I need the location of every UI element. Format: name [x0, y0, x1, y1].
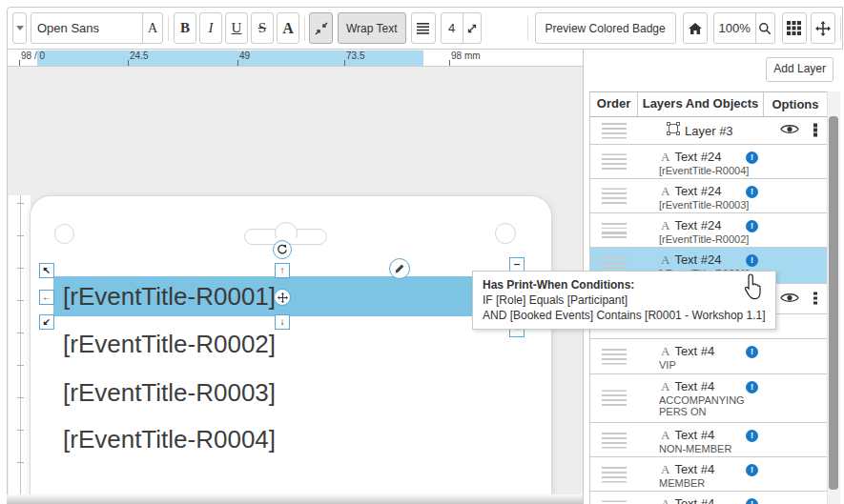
resize-sw-handle[interactable]: ↙: [39, 314, 54, 330]
font-dropdown-button[interactable]: [12, 12, 27, 44]
row-main: AText #24: [661, 218, 722, 233]
resize-value-button[interactable]: [463, 12, 482, 44]
panel-scrollbar-thumb[interactable]: [829, 116, 838, 490]
info-icon[interactable]: !: [746, 186, 758, 198]
grid-view-button[interactable]: [782, 12, 807, 44]
vertical-ruler-tick: [17, 462, 24, 463]
drag-handle-icon[interactable]: [602, 500, 627, 504]
font-color-button[interactable]: A: [277, 12, 299, 44]
visibility-eye-icon[interactable]: [780, 291, 799, 308]
layer-row[interactable]: Layer #3: [590, 117, 827, 145]
ruler-tick: [128, 60, 129, 66]
info-icon[interactable]: !: [746, 381, 758, 393]
vertical-ruler-tick: [17, 365, 24, 366]
kebab-menu-icon[interactable]: [813, 124, 817, 138]
zoom-button[interactable]: [755, 12, 775, 44]
vertical-ruler-tick: [17, 268, 24, 269]
wrap-text-button[interactable]: Wrap Text: [338, 12, 406, 44]
ruler-label: 98 mm: [451, 50, 481, 61]
row-main: AText #24: [661, 184, 722, 199]
pencil-icon: [394, 263, 405, 274]
text-type-icon: A: [661, 379, 669, 393]
vertical-ruler-tick: [17, 333, 24, 333]
row-main: AText #4: [661, 496, 714, 504]
edit-handle[interactable]: [389, 258, 410, 279]
row-sublabel: NON-MEMBER: [659, 443, 768, 454]
strikethrough-button[interactable]: S: [251, 12, 274, 44]
home-button[interactable]: [683, 12, 708, 44]
info-icon[interactable]: !: [746, 430, 758, 442]
resize-nw-handle[interactable]: ↖: [39, 263, 54, 278]
rotate-icon: [277, 244, 288, 255]
drag-handle-icon[interactable]: [602, 466, 627, 482]
add-layer-button[interactable]: Add Layer: [766, 57, 834, 82]
row-main: AText #24: [661, 252, 722, 268]
vertical-ruler-tick: [17, 203, 24, 204]
object-row[interactable]: AText #24 ! [rEventTitle-R0003]: [590, 179, 827, 213]
kebab-menu-icon[interactable]: [813, 292, 817, 306]
line-height-value-field[interactable]: 4: [441, 12, 463, 44]
text-element[interactable]: [rEventTitle-R0002]: [63, 328, 276, 360]
row-label: Text #4: [674, 379, 714, 393]
visibility-eye-icon[interactable]: [780, 122, 799, 139]
ruler-tick: [19, 60, 20, 66]
font-family-field[interactable]: Open Sans: [31, 12, 143, 44]
drag-handle-icon[interactable]: [602, 123, 627, 139]
diagonal-resize-icon: [466, 23, 478, 34]
ruler-label: 73.5: [346, 50, 364, 61]
text-element[interactable]: [rEventTitle-R0004]: [63, 423, 276, 455]
zoom-value-field[interactable]: 100%: [713, 12, 756, 44]
font-picker-button[interactable]: A: [142, 12, 163, 44]
line-spacing-button[interactable]: [411, 12, 436, 44]
info-icon[interactable]: !: [746, 464, 758, 476]
object-row[interactable]: AText #4 ! NON-MEMBER: [590, 423, 827, 457]
object-row[interactable]: AText #4 ! MEMBER: [590, 457, 827, 492]
drag-handle-icon[interactable]: [602, 153, 627, 170]
object-row[interactable]: AText #24 ! [rEventTitle-R0002]: [590, 213, 827, 248]
row-sublabel: [rEventTitle-R0003]: [659, 199, 768, 211]
rotate-handle[interactable]: [273, 240, 292, 259]
drag-handle-icon[interactable]: [602, 222, 627, 238]
text-element[interactable]: [rEventTitle-R0003]: [63, 376, 276, 409]
object-row[interactable]: AText #24 ! [rEventTitle-R0004]: [590, 145, 827, 179]
move-handle[interactable]: [274, 289, 291, 306]
object-row[interactable]: AText #4 ! ACCOMPANYING PERS ON: [590, 374, 827, 423]
info-icon[interactable]: !: [746, 346, 758, 358]
info-icon[interactable]: !: [746, 498, 758, 504]
info-icon[interactable]: !: [746, 220, 758, 232]
italic-button[interactable]: I: [199, 12, 222, 44]
badge-punch-hole-left: [54, 224, 74, 244]
text-type-icon: A: [661, 462, 669, 476]
object-row[interactable]: AText #4 !: [590, 492, 827, 504]
vertical-ruler-tick: [17, 397, 24, 398]
line-spacing-icon: [417, 22, 429, 34]
drag-handle-icon[interactable]: [602, 349, 627, 365]
column-layers-and-objects: Layers And Objects: [638, 92, 764, 116]
drag-handle-icon[interactable]: [602, 432, 627, 448]
underline-button[interactable]: U: [225, 12, 248, 44]
drag-handle-icon[interactable]: [602, 188, 627, 204]
bold-button[interactable]: B: [174, 12, 196, 44]
move-mode-button[interactable]: [811, 12, 835, 44]
row-main: AText #4: [661, 344, 714, 359]
drag-handle-icon[interactable]: [602, 391, 627, 407]
row-label: Text #24: [674, 218, 721, 232]
preview-colored-badge-button[interactable]: Preview Colored Badge: [535, 12, 676, 44]
info-icon[interactable]: !: [746, 151, 758, 164]
horizontal-scrollbar[interactable]: [7, 494, 583, 504]
row-main: AText #4: [661, 379, 714, 394]
move-arrows-icon: [815, 21, 831, 36]
nudge-left-handle[interactable]: ←: [39, 290, 54, 305]
layer-label: Layer #3: [685, 124, 733, 138]
nudge-up-handle[interactable]: ↑: [275, 263, 290, 278]
vertical-ruler-tick: [17, 235, 24, 236]
fit-text-button[interactable]: [309, 12, 333, 44]
row-sublabel: MEMBER: [659, 477, 768, 489]
layers-table-header: Order Layers And Objects Options: [590, 92, 827, 117]
info-icon[interactable]: !: [746, 254, 758, 267]
row-label: Text #4: [674, 428, 714, 442]
object-row[interactable]: AText #4 ! VIP: [590, 339, 827, 374]
toolbar: Open Sans A B I U S A Wrap Text 4 Previe…: [7, 7, 843, 50]
text-type-icon: A: [661, 252, 669, 267]
nudge-down-handle[interactable]: ↓: [275, 314, 290, 330]
